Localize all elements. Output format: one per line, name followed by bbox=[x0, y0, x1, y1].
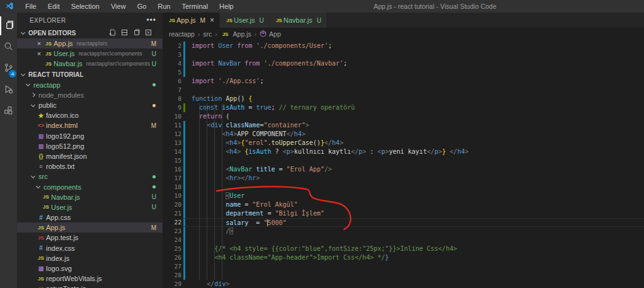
code-line-9: 9 const isAuth = true; // ternary operat… bbox=[163, 103, 644, 112]
gutter bbox=[181, 209, 187, 218]
files-activity-button[interactable] bbox=[0, 16, 17, 35]
tree-item-index-html[interactable]: <>index.htmlM bbox=[17, 120, 163, 130]
tree-item-index-css[interactable]: #index.css bbox=[17, 243, 163, 253]
line-number: 11 bbox=[163, 121, 181, 130]
tree-item-user-js[interactable]: JSUser.jsU bbox=[17, 202, 163, 212]
gutter bbox=[181, 262, 187, 271]
code-line-12: 12 <h4>APP COMPONENT</h4> bbox=[163, 130, 644, 139]
breadcrumb-item-src[interactable]: src bbox=[203, 30, 212, 38]
git-change-bar bbox=[183, 165, 185, 174]
tree-item-index-js[interactable]: JSindex.js bbox=[17, 253, 163, 263]
tree-item-logo192-png[interactable]: ▨logo192.png bbox=[17, 131, 163, 141]
tree-item-label: User.js bbox=[51, 204, 72, 211]
menu-item-help[interactable]: Help bbox=[214, 0, 239, 13]
tree-item-app-js[interactable]: JSApp.jsM bbox=[17, 222, 163, 233]
extensions-activity-button[interactable] bbox=[0, 102, 17, 121]
tree-item-label: index.html bbox=[46, 122, 78, 129]
tree-item-logo-svg[interactable]: ▧logo.svg bbox=[17, 263, 163, 274]
gutter bbox=[181, 130, 187, 139]
code-line-27: 27 bbox=[163, 262, 644, 271]
gutter bbox=[181, 112, 187, 121]
js-test-file-icon: JS bbox=[36, 235, 46, 241]
tree-item-node-modules[interactable]: node_modules bbox=[17, 90, 163, 100]
open-editor-user.js[interactable]: ×JSUser.jsreactapp\src\componentsU bbox=[17, 49, 163, 59]
line-number: 21 bbox=[163, 209, 181, 218]
open-editor-navbar.js[interactable]: JSNavbar.jsreactapp\src\componentsU bbox=[17, 59, 163, 69]
tree-item-setuptests-js[interactable]: JSsetupTests.js bbox=[17, 284, 163, 288]
search-activity-button[interactable] bbox=[0, 38, 17, 57]
close-editor-icon[interactable]: × bbox=[35, 40, 43, 47]
indent-guide bbox=[199, 103, 200, 280]
tab-user.js[interactable]: JSUser.jsU bbox=[220, 13, 269, 28]
open-editors-header[interactable]: OPEN EDITORS bbox=[17, 28, 163, 38]
code-area[interactable]: 2import User from './components/User';34… bbox=[163, 40, 644, 288]
menu-item-edit[interactable]: Edit bbox=[42, 0, 66, 13]
gutter bbox=[181, 156, 187, 165]
menu-item-file[interactable]: File bbox=[20, 0, 42, 13]
toggle-layout-icon[interactable] bbox=[120, 28, 129, 38]
tree-item-logo512-png[interactable]: ▨logo512.png bbox=[17, 141, 163, 151]
more-actions-icon[interactable]: ••• bbox=[146, 16, 156, 25]
new-file-icon[interactable] bbox=[108, 28, 117, 38]
tree-item-navbar-js[interactable]: JSNavbar.jsU bbox=[17, 192, 163, 202]
tree-item-public[interactable]: public bbox=[17, 100, 163, 110]
line-number: 17 bbox=[163, 174, 181, 183]
close-tab-icon[interactable]: × bbox=[210, 16, 214, 25]
code-text: <div className="container"> bbox=[187, 121, 644, 130]
text-file-icon: ≡ bbox=[36, 163, 46, 170]
menu-item-view[interactable]: View bbox=[105, 0, 132, 13]
code-text: {/* <h4 style= {{color:"blue",fontSize:"… bbox=[187, 245, 644, 253]
open-editor-app.js[interactable]: ×JSApp.jsreactapp\srcM bbox=[17, 38, 163, 49]
run-debug-activity-button[interactable] bbox=[0, 81, 17, 100]
tree-item-reactapp[interactable]: reactapp bbox=[17, 80, 163, 90]
gutter bbox=[181, 147, 187, 156]
tree-item-manifest-json[interactable]: {}manifest.json bbox=[17, 151, 163, 161]
close-all-editors-icon[interactable] bbox=[144, 28, 152, 38]
code-text: <h4 className="App-header">Import Css</h… bbox=[187, 253, 644, 262]
tab-navbar.js[interactable]: JSNavbar.jsU bbox=[270, 13, 326, 28]
tab-app.js[interactable]: JSApp.jsM× bbox=[163, 13, 219, 28]
gutter bbox=[181, 183, 187, 192]
breadcrumb: reactapp›src›JSApp.js›App bbox=[163, 28, 644, 40]
favicon-star-icon: ★ bbox=[36, 112, 46, 119]
code-line-25: 25 {/* <h4 style= {{color:"blue",fontSiz… bbox=[163, 245, 644, 253]
source-control-activity-button[interactable]: 4 bbox=[0, 59, 17, 78]
tree-item-label: setupTests.js bbox=[46, 285, 86, 288]
tree-item-src[interactable]: src bbox=[17, 171, 163, 181]
tree-item-label: App.js bbox=[46, 224, 66, 231]
tab-label: Navbar.js bbox=[284, 16, 313, 24]
tree-item-app-css[interactable]: #App.css bbox=[17, 212, 163, 222]
js-file-icon: JS bbox=[43, 61, 54, 67]
tree-item-favicon-ico[interactable]: ★favicon.ico bbox=[17, 110, 163, 120]
breadcrumb-item-reactapp[interactable]: reactapp bbox=[169, 30, 195, 38]
tab-label: App.js bbox=[176, 16, 196, 24]
open-editors-actions bbox=[108, 28, 163, 38]
tree-item-robots-txt[interactable]: ≡robots.txt bbox=[17, 161, 163, 171]
breadcrumb-item-app-js[interactable]: JSApp.js bbox=[221, 30, 251, 38]
git-status-badge: U bbox=[260, 17, 264, 24]
menu-item-go[interactable]: Go bbox=[132, 0, 152, 13]
gutter bbox=[181, 192, 187, 200]
code-text: name = "Erol Akgül" bbox=[187, 200, 644, 209]
tree-item-app-test-js[interactable]: JSApp.test.js bbox=[17, 233, 163, 243]
tree-item-label: reportWebVitals.js bbox=[46, 275, 102, 282]
save-all-icon[interactable] bbox=[132, 28, 141, 38]
line-number: 3 bbox=[163, 50, 181, 59]
project-section-header[interactable]: REACT TUTORIAL bbox=[17, 69, 163, 80]
breadcrumb-item-app[interactable]: App bbox=[260, 30, 281, 38]
menu-item-selection[interactable]: Selection bbox=[66, 0, 105, 13]
code-line-4: 4import NavBar from './components/Navbar… bbox=[163, 59, 644, 68]
tree-item-reportwebvitals-js[interactable]: JSreportWebVitals.js bbox=[17, 274, 163, 284]
chevron-down-icon bbox=[36, 184, 40, 188]
git-status-badge: U bbox=[152, 193, 163, 200]
open-editor-label: User.js bbox=[54, 50, 75, 57]
activity-bar: 4 bbox=[0, 13, 17, 288]
chevron-down-icon bbox=[21, 72, 25, 76]
menu-item-terminal[interactable]: Terminal bbox=[176, 0, 214, 13]
tree-item-components[interactable]: components bbox=[17, 181, 163, 192]
code-text: </div> bbox=[187, 280, 644, 288]
menu-item-run[interactable]: Run bbox=[152, 0, 176, 13]
svg-file-icon: ▧ bbox=[36, 265, 46, 272]
code-line-7: 7 bbox=[163, 86, 644, 95]
close-editor-icon[interactable]: × bbox=[35, 50, 43, 57]
